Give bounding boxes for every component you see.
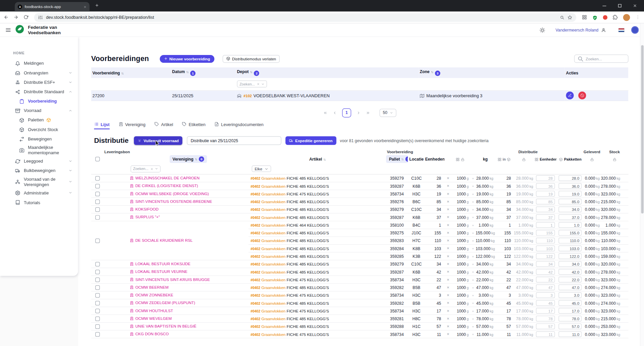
eenheden-input[interactable] [536, 331, 554, 337]
eenheden-input[interactable] [536, 300, 554, 306]
pakketten-input[interactable] [558, 175, 582, 181]
prev-page-button[interactable] [333, 111, 337, 115]
clear-filter-icon[interactable] [257, 82, 260, 85]
artikel-link[interactable]: #0402 Graanvlokken [251, 176, 285, 180]
sidebar-item-maandelijkse-momentopname[interactable]: Maandelijkse momentopname [0, 144, 78, 157]
pakketten-input[interactable] [558, 316, 582, 322]
vereniging-link[interactable]: KOKSIFOOD [130, 207, 159, 211]
user-avatar[interactable] [631, 26, 639, 34]
sidebar-item-distributie-standaard[interactable]: Distributie Standaard [0, 87, 78, 97]
column-header-voorbereiding[interactable]: Voorbereiding↑↓ [91, 67, 171, 78]
tab-vereniging[interactable]: Vereniging [118, 122, 145, 129]
page-search[interactable] [574, 55, 629, 63]
theme-toggle-button[interactable] [540, 27, 545, 33]
vereniging-link[interactable]: UNIE VAN BAPTISTEN IN BELGIË [130, 324, 197, 328]
row-checkbox[interactable] [95, 316, 99, 321]
row-checkbox[interactable] [95, 332, 99, 337]
chevron-down-icon[interactable] [68, 180, 72, 184]
eenheden-input[interactable] [536, 191, 554, 196]
pakketten-input[interactable] [558, 199, 582, 205]
recording-indicator-icon[interactable] [603, 15, 607, 19]
eenheden-input[interactable] [536, 207, 554, 212]
sidebar-item-voorbereiding[interactable]: Voorbereiding [0, 97, 78, 106]
chevron-down-icon[interactable] [68, 169, 72, 172]
row-checkbox[interactable] [95, 278, 99, 282]
artikel-link[interactable]: #0402 Graanvlokken [251, 223, 285, 227]
generate-expedition-button[interactable]: Expeditie genereren [285, 136, 336, 145]
row-checkbox[interactable] [95, 324, 99, 329]
artikel-link[interactable]: #0402 Graanvlokken [251, 254, 285, 258]
chevron-down-icon[interactable] [68, 71, 72, 75]
pakketten-input[interactable] [558, 230, 582, 236]
artikel-link[interactable]: #0402 Graanvlokken [251, 316, 285, 321]
vereniging-link[interactable]: OCMW WEVELGEM [130, 316, 172, 321]
window-close-button[interactable] [627, 0, 642, 11]
search-input[interactable] [586, 56, 626, 61]
sidebar-item-paletten[interactable]: Paletten [0, 115, 78, 125]
pakketten-input[interactable] [558, 261, 582, 267]
pakketten-input[interactable] [558, 277, 582, 282]
back-button[interactable] [4, 15, 9, 20]
window-maximize-button[interactable] [612, 0, 627, 11]
chevron-down-icon[interactable] [68, 159, 72, 163]
bookmark-star-icon[interactable] [568, 15, 572, 19]
row-checkbox[interactable] [95, 238, 99, 243]
browser-menu-icon[interactable] [635, 15, 640, 20]
pakketten-input[interactable] [558, 183, 582, 189]
row-checkbox[interactable] [95, 215, 99, 220]
artikel-link[interactable]: #0402 Graanvlokken [251, 207, 285, 212]
artikel-link[interactable]: #0402 Graanvlokken [251, 238, 285, 243]
eenheden-input[interactable] [536, 183, 554, 189]
artikel-type-filter[interactable]: Elke [252, 166, 271, 172]
row-checkbox[interactable] [95, 262, 99, 266]
pakketten-input[interactable] [558, 222, 582, 228]
site-settings-icon[interactable] [38, 15, 43, 19]
url-text[interactable]: dev.stock.foodbanksit.be/stock/app/nl-BE… [46, 15, 556, 20]
sidebar-toggle-button[interactable] [5, 27, 11, 33]
column-header-vereniging[interactable]: Vereniging↑↓0 [170, 155, 207, 163]
vereniging-filter[interactable]: Zoeken... [130, 165, 160, 172]
next-page-button[interactable] [357, 111, 361, 115]
eenheden-input[interactable] [536, 222, 554, 228]
chevron-down-icon[interactable] [261, 82, 265, 86]
vereniging-link[interactable]: OCMW ZONNEBEKE [130, 293, 173, 297]
tab-lijst[interactable]: Lijst [94, 122, 109, 129]
edit-button[interactable] [566, 92, 574, 99]
eenheden-input[interactable] [536, 292, 554, 298]
select-all-checkbox[interactable] [95, 157, 99, 161]
sidebar-item-leeggoed[interactable]: Leeggoed [0, 157, 78, 166]
forward-button[interactable] [13, 15, 18, 20]
eenheden-input[interactable] [536, 199, 554, 205]
fill-from-stock-button[interactable]: Vullen uit voorraad [134, 136, 182, 145]
eenheden-input[interactable] [536, 277, 554, 282]
vereniging-link[interactable]: LOKAAL BESTUUR VEURNE [130, 269, 187, 274]
scrollbar-thumb[interactable] [641, 45, 644, 214]
sidebar-item-meldingen[interactable]: Meldingen [0, 59, 78, 68]
eenheden-input[interactable] [536, 269, 554, 275]
sidebar-item-ontvangsten[interactable]: Ontvangsten [0, 68, 78, 77]
pakketten-input[interactable] [558, 253, 582, 259]
row-checkbox[interactable] [95, 184, 99, 188]
address-bar[interactable]: dev.stock.foodbanksit.be/stock/app/nl-BE… [34, 13, 576, 22]
row-checkbox[interactable] [95, 285, 99, 290]
cancel-preparation-button[interactable] [578, 92, 586, 99]
vereniging-link[interactable]: WELZIJNSSCHAKEL DE CAPROEN [130, 176, 200, 180]
pakketten-input[interactable] [558, 214, 582, 220]
vereniging-link[interactable]: LOKAAL BESTUUR KOKSIJDE [130, 262, 191, 266]
eenheden-input[interactable] [536, 253, 554, 259]
eenheden-input[interactable] [536, 308, 554, 313]
browser-profile-avatar[interactable] [623, 14, 630, 21]
distribution-name-input[interactable] [187, 136, 281, 145]
eenheden-input[interactable] [536, 316, 554, 322]
chevron-up-icon[interactable] [68, 109, 72, 112]
preparation-row[interactable]: 27200 25/11/2025 #102VOEDSELBANK WEST-VL… [91, 90, 629, 101]
column-header-depot[interactable]: Depot↑↓2 [236, 67, 419, 78]
tab-leveringsdocumenten[interactable]: Leveringsdocumenten [215, 122, 264, 129]
row-checkbox[interactable] [95, 301, 99, 305]
eenheden-input[interactable] [536, 175, 554, 181]
artikel-link[interactable]: #0402 Graanvlokken [251, 301, 285, 305]
sidebar-item-bewegingen[interactable]: Bewegingen [0, 134, 78, 143]
pakketten-input[interactable] [558, 300, 582, 306]
artikel-link[interactable]: #0402 Graanvlokken [251, 332, 285, 336]
row-checkbox[interactable] [95, 207, 99, 212]
